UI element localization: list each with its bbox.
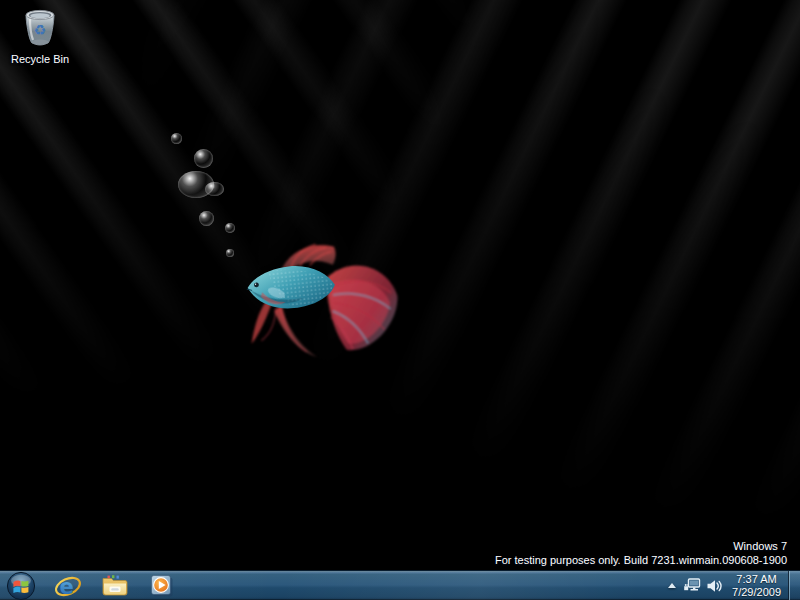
start-button[interactable] xyxy=(6,571,36,600)
build-watermark: Windows 7 For testing purposes only. Bui… xyxy=(495,539,787,567)
show-hidden-icons-button[interactable] xyxy=(663,571,681,600)
bubble xyxy=(205,182,224,196)
tray-date: 7/29/2009 xyxy=(732,586,781,599)
tray-clock[interactable]: 7:37 AM 7/29/2009 xyxy=(725,573,786,599)
bubble xyxy=(194,149,213,168)
bubble xyxy=(226,249,234,257)
notification-area: 7:37 AM 7/29/2009 xyxy=(663,571,800,600)
media-player-icon xyxy=(149,573,175,599)
svg-text:♻: ♻ xyxy=(34,22,47,38)
speaker-icon xyxy=(706,579,722,593)
windows-7-desktop: ♻ Recycle Bin Windows 7 For testing purp… xyxy=(0,0,800,600)
taskbar-item-internet-explorer[interactable]: e xyxy=(44,571,91,600)
bubble xyxy=(225,223,235,233)
bubble xyxy=(199,211,214,226)
volume-tray-button[interactable] xyxy=(703,571,725,600)
watermark-line1: Windows 7 xyxy=(495,539,787,553)
taskbar-item-windows-explorer[interactable] xyxy=(91,571,138,600)
recycle-bin[interactable]: ♻ Recycle Bin xyxy=(10,8,70,65)
chevron-up-icon xyxy=(668,583,676,588)
recycle-bin-icon: ♻ xyxy=(18,8,62,48)
taskbar-item-windows-media-player[interactable] xyxy=(138,571,185,600)
watermark-line2: For testing purposes only. Build 7231.wi… xyxy=(495,553,787,567)
network-icon xyxy=(683,578,701,593)
tray-time: 7:37 AM xyxy=(732,573,781,586)
show-desktop-button[interactable] xyxy=(788,571,800,600)
taskbar: e xyxy=(0,570,800,600)
betta-fish xyxy=(243,236,409,368)
network-tray-button[interactable] xyxy=(681,571,703,600)
windows-logo-icon xyxy=(6,571,36,600)
recycle-bin-label: Recycle Bin xyxy=(10,53,70,65)
internet-explorer-icon: e xyxy=(54,573,82,599)
bubble xyxy=(171,133,182,144)
folder-icon xyxy=(101,574,129,597)
